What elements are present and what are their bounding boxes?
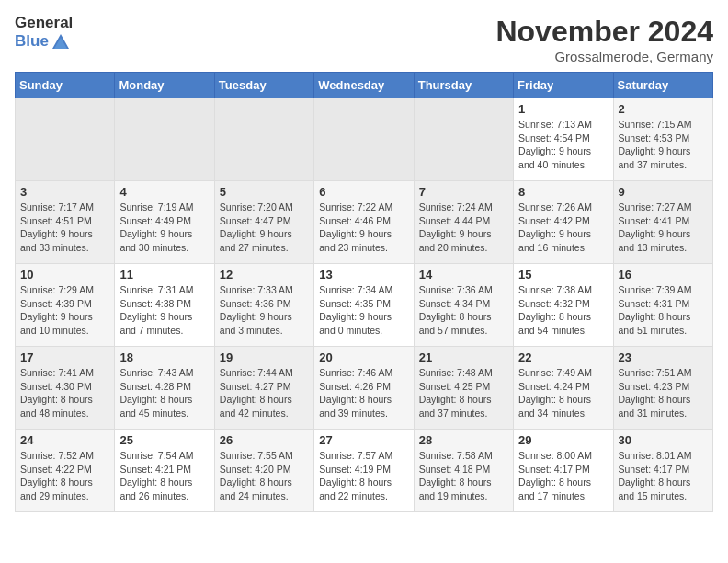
- day-info: Sunrise: 7:24 AMSunset: 4:44 PMDaylight:…: [419, 201, 508, 255]
- col-header-sunday: Sunday: [16, 73, 115, 98]
- day-info: Sunrise: 7:29 AMSunset: 4:39 PMDaylight:…: [20, 283, 109, 338]
- col-header-tuesday: Tuesday: [214, 73, 313, 98]
- calendar-cell: 23Sunrise: 7:51 AMSunset: 4:23 PMDayligh…: [613, 347, 712, 430]
- day-number: 4: [119, 185, 209, 199]
- day-info: Sunrise: 7:27 AMSunset: 4:41 PMDaylight:…: [619, 201, 708, 255]
- page-header: General Blue November 2024 Grossalmerode…: [15, 15, 713, 64]
- logo: General Blue: [15, 15, 73, 52]
- day-info: Sunrise: 7:34 AMSunset: 4:35 PMDaylight:…: [319, 283, 408, 338]
- day-info: Sunrise: 7:39 AMSunset: 4:31 PMDaylight:…: [619, 283, 708, 338]
- day-number: 30: [619, 433, 708, 447]
- col-header-thursday: Thursday: [414, 73, 513, 98]
- calendar-cell: 2Sunrise: 7:15 AMSunset: 4:53 PMDaylight…: [613, 98, 712, 181]
- day-info: Sunrise: 7:20 AMSunset: 4:47 PMDaylight:…: [220, 201, 309, 255]
- calendar-table: SundayMondayTuesdayWednesdayThursdayFrid…: [15, 72, 713, 512]
- day-info: Sunrise: 7:33 AMSunset: 4:36 PMDaylight:…: [220, 283, 309, 338]
- calendar-cell: 25Sunrise: 7:54 AMSunset: 4:21 PMDayligh…: [115, 430, 214, 512]
- calendar-cell: 3Sunrise: 7:17 AMSunset: 4:51 PMDaylight…: [16, 181, 115, 264]
- day-number: 5: [220, 185, 309, 199]
- calendar-cell: 5Sunrise: 7:20 AMSunset: 4:47 PMDaylight…: [214, 181, 313, 264]
- calendar-cell: [16, 98, 115, 181]
- day-number: 20: [319, 350, 408, 364]
- day-number: 25: [119, 433, 209, 447]
- calendar-cell: 17Sunrise: 7:41 AMSunset: 4:30 PMDayligh…: [16, 347, 115, 430]
- day-number: 18: [119, 350, 209, 364]
- logo-icon: [51, 32, 71, 52]
- calendar-cell: 8Sunrise: 7:26 AMSunset: 4:42 PMDaylight…: [514, 181, 613, 264]
- day-info: Sunrise: 7:43 AMSunset: 4:28 PMDaylight:…: [119, 366, 209, 420]
- day-number: 28: [419, 433, 508, 447]
- calendar-cell: 20Sunrise: 7:46 AMSunset: 4:26 PMDayligh…: [314, 347, 414, 430]
- calendar-cell: 27Sunrise: 7:57 AMSunset: 4:19 PMDayligh…: [314, 430, 414, 512]
- day-info: Sunrise: 7:57 AMSunset: 4:19 PMDaylight:…: [319, 449, 408, 503]
- title-block: November 2024 Grossalmerode, Germany: [495, 15, 713, 64]
- logo-general: General: [15, 15, 73, 32]
- day-number: 27: [319, 433, 408, 447]
- calendar-cell: 10Sunrise: 7:29 AMSunset: 4:39 PMDayligh…: [16, 264, 115, 347]
- calendar-cell: 13Sunrise: 7:34 AMSunset: 4:35 PMDayligh…: [314, 264, 414, 347]
- day-info: Sunrise: 7:52 AMSunset: 4:22 PMDaylight:…: [20, 449, 109, 503]
- day-info: Sunrise: 7:44 AMSunset: 4:27 PMDaylight:…: [220, 366, 309, 420]
- calendar-cell: 12Sunrise: 7:33 AMSunset: 4:36 PMDayligh…: [214, 264, 313, 347]
- day-info: Sunrise: 8:01 AMSunset: 4:17 PMDaylight:…: [619, 449, 708, 503]
- calendar-cell: 7Sunrise: 7:24 AMSunset: 4:44 PMDaylight…: [414, 181, 513, 264]
- day-number: 21: [419, 350, 508, 364]
- day-number: 24: [20, 433, 109, 447]
- calendar-cell: [115, 98, 214, 181]
- day-number: 6: [319, 185, 408, 199]
- calendar-cell: 29Sunrise: 8:00 AMSunset: 4:17 PMDayligh…: [514, 430, 613, 512]
- calendar-row-4: 24Sunrise: 7:52 AMSunset: 4:22 PMDayligh…: [16, 430, 713, 512]
- calendar-cell: 30Sunrise: 8:01 AMSunset: 4:17 PMDayligh…: [613, 430, 712, 512]
- day-info: Sunrise: 7:17 AMSunset: 4:51 PMDaylight:…: [20, 201, 109, 255]
- day-info: Sunrise: 7:22 AMSunset: 4:46 PMDaylight:…: [319, 201, 408, 255]
- day-info: Sunrise: 7:48 AMSunset: 4:25 PMDaylight:…: [419, 366, 508, 420]
- day-number: 1: [518, 102, 608, 116]
- calendar-cell: 11Sunrise: 7:31 AMSunset: 4:38 PMDayligh…: [115, 264, 214, 347]
- calendar-cell: 14Sunrise: 7:36 AMSunset: 4:34 PMDayligh…: [414, 264, 513, 347]
- calendar-cell: 4Sunrise: 7:19 AMSunset: 4:49 PMDaylight…: [115, 181, 214, 264]
- day-number: 14: [419, 268, 508, 282]
- day-number: 17: [20, 350, 109, 364]
- day-info: Sunrise: 7:31 AMSunset: 4:38 PMDaylight:…: [119, 283, 209, 338]
- day-info: Sunrise: 7:13 AMSunset: 4:54 PMDaylight:…: [518, 118, 608, 172]
- day-info: Sunrise: 7:49 AMSunset: 4:24 PMDaylight:…: [518, 366, 608, 420]
- calendar-cell: [414, 98, 513, 181]
- calendar-cell: 9Sunrise: 7:27 AMSunset: 4:41 PMDaylight…: [613, 181, 712, 264]
- day-info: Sunrise: 7:51 AMSunset: 4:23 PMDaylight:…: [619, 366, 708, 420]
- calendar-row-0: 1Sunrise: 7:13 AMSunset: 4:54 PMDaylight…: [16, 98, 713, 181]
- day-info: Sunrise: 7:15 AMSunset: 4:53 PMDaylight:…: [619, 118, 708, 172]
- day-number: 19: [220, 350, 309, 364]
- col-header-friday: Friday: [514, 73, 613, 98]
- day-info: Sunrise: 7:46 AMSunset: 4:26 PMDaylight:…: [319, 366, 408, 420]
- day-info: Sunrise: 7:55 AMSunset: 4:20 PMDaylight:…: [220, 449, 309, 503]
- calendar-cell: 18Sunrise: 7:43 AMSunset: 4:28 PMDayligh…: [115, 347, 214, 430]
- calendar-cell: 28Sunrise: 7:58 AMSunset: 4:18 PMDayligh…: [414, 430, 513, 512]
- calendar-cell: 21Sunrise: 7:48 AMSunset: 4:25 PMDayligh…: [414, 347, 513, 430]
- day-number: 16: [619, 268, 708, 282]
- day-info: Sunrise: 7:38 AMSunset: 4:32 PMDaylight:…: [518, 283, 608, 338]
- calendar-row-1: 3Sunrise: 7:17 AMSunset: 4:51 PMDaylight…: [16, 181, 713, 264]
- day-info: Sunrise: 7:36 AMSunset: 4:34 PMDaylight:…: [419, 283, 508, 338]
- day-info: Sunrise: 7:41 AMSunset: 4:30 PMDaylight:…: [20, 366, 109, 420]
- day-number: 7: [419, 185, 508, 199]
- col-header-monday: Monday: [115, 73, 214, 98]
- calendar-cell: 16Sunrise: 7:39 AMSunset: 4:31 PMDayligh…: [613, 264, 712, 347]
- day-info: Sunrise: 7:58 AMSunset: 4:18 PMDaylight:…: [419, 449, 508, 503]
- day-number: 26: [220, 433, 309, 447]
- day-number: 3: [20, 185, 109, 199]
- calendar-cell: [214, 98, 313, 181]
- calendar-cell: 19Sunrise: 7:44 AMSunset: 4:27 PMDayligh…: [214, 347, 313, 430]
- day-number: 13: [319, 268, 408, 282]
- calendar-row-2: 10Sunrise: 7:29 AMSunset: 4:39 PMDayligh…: [16, 264, 713, 347]
- calendar-cell: 1Sunrise: 7:13 AMSunset: 4:54 PMDaylight…: [514, 98, 613, 181]
- day-info: Sunrise: 7:26 AMSunset: 4:42 PMDaylight:…: [518, 201, 608, 255]
- header-row: SundayMondayTuesdayWednesdayThursdayFrid…: [16, 73, 713, 98]
- day-number: 23: [619, 350, 708, 364]
- month-title: November 2024: [495, 15, 713, 49]
- location: Grossalmerode, Germany: [495, 49, 713, 64]
- day-number: 12: [220, 268, 309, 282]
- day-number: 22: [518, 350, 608, 364]
- day-number: 15: [518, 268, 608, 282]
- day-number: 11: [119, 268, 209, 282]
- day-number: 29: [518, 433, 608, 447]
